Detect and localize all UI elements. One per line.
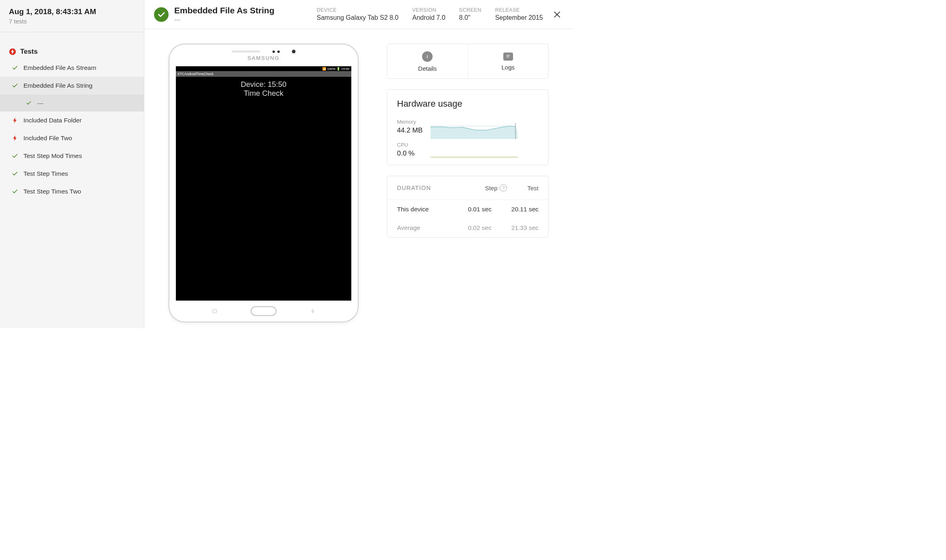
screenshot-appbar: XTCAndroidTimeCheck bbox=[176, 71, 351, 77]
device-home-button bbox=[251, 306, 277, 316]
test-subitem[interactable]: --- bbox=[0, 95, 144, 112]
page-subtitle: --- bbox=[174, 16, 275, 23]
duration-title: DURATION bbox=[397, 185, 431, 191]
hardware-usage-card: Hardware usage Memory 44.2 MB CPU 0.0 % bbox=[387, 89, 549, 165]
test-item-step-times[interactable]: Test Step Times bbox=[0, 165, 144, 183]
device-back-icon bbox=[309, 307, 316, 315]
meta-screen-label: SCREEN bbox=[459, 7, 481, 13]
screenshot-line2: Time Check bbox=[244, 89, 283, 98]
sidebar-subitem-label: --- bbox=[37, 100, 43, 107]
memory-value: 44.2 MB bbox=[397, 126, 422, 135]
sidebar-item-label: Included Data Folder bbox=[23, 117, 82, 124]
tab-details-label: Details bbox=[418, 65, 437, 72]
test-count: 7 tests bbox=[9, 18, 135, 25]
duration-test-value: 20.11 sec bbox=[507, 206, 538, 213]
sidebar-item-label: Test Step Mod Times bbox=[23, 152, 82, 160]
meta-device-label: DEVICE bbox=[317, 7, 399, 13]
memory-sparkline bbox=[431, 123, 517, 139]
device-sensor-icon bbox=[272, 51, 275, 53]
tests-heading: Tests bbox=[0, 44, 144, 59]
session-timestamp: Aug 1, 2018, 8:43:31 AM bbox=[9, 7, 135, 16]
check-icon bbox=[25, 99, 32, 107]
device-brand: SAMSUNG bbox=[247, 55, 280, 61]
test-item-included-data-folder[interactable]: Included Data Folder bbox=[0, 112, 144, 129]
cpu-sparkline bbox=[431, 155, 517, 158]
device-meta: DEVICE Samsung Galaxy Tab S2 8.0 VERSION… bbox=[317, 7, 543, 21]
sidebar: Aug 1, 2018, 8:43:31 AM 7 tests Tests Em… bbox=[0, 0, 144, 328]
screenshot-statusbar: 📶 100% 🔋 15:50 bbox=[176, 66, 351, 71]
cpu-value: 0.0 % bbox=[397, 149, 422, 158]
duration-row-label: Average bbox=[397, 224, 420, 232]
meta-release-label: RELEASE bbox=[495, 7, 543, 13]
status-passed-icon bbox=[154, 7, 169, 22]
check-icon bbox=[11, 64, 19, 72]
meta-release-value: September 2015 bbox=[495, 14, 543, 21]
device-recent-icon bbox=[211, 307, 218, 315]
tab-logs-label: Logs bbox=[501, 64, 515, 71]
duration-row-average: Average 0.02 sec 21.33 sec bbox=[387, 219, 548, 237]
duration-test-value: 21.33 sec bbox=[507, 224, 538, 232]
test-item-embedded-stream[interactable]: Embedded File As Stream bbox=[0, 59, 144, 77]
device-mockup: SAMSUNG 📶 100% 🔋 15:50 XTCAndroidTimeChe… bbox=[169, 44, 359, 322]
svg-point-2 bbox=[427, 55, 428, 56]
lightning-icon bbox=[9, 48, 16, 55]
test-item-included-file-two[interactable]: Included File Two bbox=[0, 129, 144, 147]
tab-details[interactable]: Details bbox=[387, 44, 468, 78]
tab-logs[interactable]: Logs bbox=[468, 44, 549, 78]
duration-step-value: 0.01 sec bbox=[460, 206, 492, 213]
check-icon bbox=[11, 188, 19, 195]
device-sensor-icon bbox=[277, 51, 280, 53]
close-button[interactable] bbox=[551, 8, 563, 21]
screenshot-line1: Device: 15:50 bbox=[241, 80, 286, 89]
check-icon bbox=[11, 82, 19, 89]
tests-heading-label: Tests bbox=[20, 48, 38, 56]
meta-version-label: VERSION bbox=[412, 7, 446, 13]
meta-device-value: Samsung Galaxy Tab S2 8.0 bbox=[317, 14, 399, 21]
duration-col-step: Step bbox=[485, 185, 498, 192]
device-camera-icon bbox=[292, 50, 296, 53]
lightning-icon bbox=[11, 117, 19, 124]
duration-row-label: This device bbox=[397, 206, 429, 213]
sidebar-header: Aug 1, 2018, 8:43:31 AM 7 tests bbox=[0, 0, 144, 32]
duration-step-value: 0.02 sec bbox=[460, 224, 492, 232]
duration-card: DURATION Step ? Test This device 0.01 bbox=[387, 176, 549, 238]
lightning-icon bbox=[11, 135, 19, 142]
main-header: Embedded File As String --- DEVICE Samsu… bbox=[144, 0, 573, 29]
logs-icon bbox=[503, 53, 513, 61]
sidebar-item-label: Included File Two bbox=[23, 135, 72, 142]
close-icon bbox=[553, 10, 562, 19]
info-icon bbox=[422, 51, 433, 62]
meta-screen-value: 8.0" bbox=[459, 14, 481, 21]
hardware-usage-title: Hardware usage bbox=[397, 99, 538, 109]
sidebar-item-label: Embedded File As String bbox=[23, 82, 93, 89]
check-icon bbox=[11, 152, 19, 160]
main: Embedded File As String --- DEVICE Samsu… bbox=[144, 0, 573, 328]
memory-label: Memory bbox=[397, 119, 422, 125]
device-screen: 📶 100% 🔋 15:50 XTCAndroidTimeCheck Devic… bbox=[176, 66, 351, 301]
sidebar-item-label: Test Step Times bbox=[23, 170, 68, 177]
test-item-mod-times[interactable]: Test Step Mod Times bbox=[0, 147, 144, 165]
duration-row-this-device: This device 0.01 sec 20.11 sec bbox=[387, 200, 548, 219]
sidebar-item-label: Embedded File As Stream bbox=[23, 64, 96, 72]
meta-version-value: Android 7.0 bbox=[412, 14, 446, 21]
test-item-step-times-two[interactable]: Test Step Times Two bbox=[0, 183, 144, 200]
page-title: Embedded File As String bbox=[174, 6, 275, 15]
svg-rect-3 bbox=[427, 56, 428, 58]
svg-rect-1 bbox=[213, 309, 216, 313]
sidebar-item-label: Test Step Times Two bbox=[23, 188, 81, 195]
test-item-embedded-string[interactable]: Embedded File As String bbox=[0, 77, 144, 95]
cpu-label: CPU bbox=[397, 142, 422, 148]
check-icon bbox=[11, 170, 19, 177]
device-speaker-icon bbox=[232, 51, 260, 53]
help-icon[interactable]: ? bbox=[500, 184, 507, 192]
tabs-card: Details Logs bbox=[387, 44, 549, 79]
duration-col-test: Test bbox=[527, 185, 538, 192]
